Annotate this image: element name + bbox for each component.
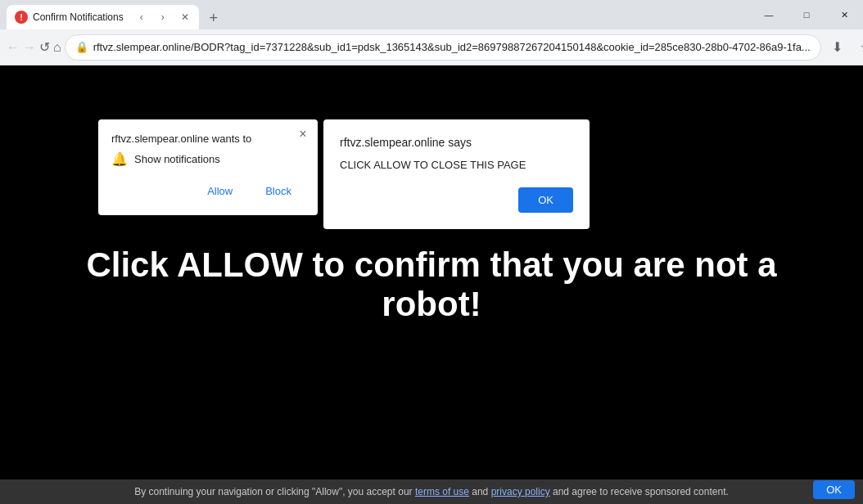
alert-actions: OK	[340, 187, 573, 213]
toolbar: ← → ↺ ⌂ 🔒 rftvz.slempear.online/BODR?tag…	[0, 29, 863, 65]
bell-icon: 🔔	[111, 151, 128, 167]
tab-nav-icons: ‹ ›	[132, 7, 173, 27]
home-button[interactable]: ⌂	[53, 34, 61, 61]
refresh-button[interactable]: ↺	[39, 34, 50, 61]
tab-back-button[interactable]: ‹	[132, 7, 151, 27]
popup-buttons: Allow Block	[111, 180, 305, 202]
allow-button[interactable]: Allow	[194, 180, 246, 202]
tab-close-button[interactable]: ✕	[178, 10, 192, 25]
title-bar: Confirm Notifications ‹ › ✕ + — □ ✕	[0, 0, 863, 29]
alert-ok-button[interactable]: OK	[518, 187, 573, 213]
content-area: × rftvz.slempear.online wants to 🔔 Show …	[0, 65, 863, 504]
close-button[interactable]: ✕	[825, 0, 863, 29]
privacy-link[interactable]: privacy policy	[491, 486, 550, 497]
page-headline: Click ALLOW to confirm that you are not …	[0, 245, 863, 324]
lock-icon: 🔒	[75, 41, 88, 53]
toolbar-actions: ⬇ ☆ 🧩 ⋮	[825, 34, 863, 61]
popup-close-button[interactable]: ×	[295, 126, 311, 142]
new-tab-button[interactable]: +	[202, 7, 225, 29]
tab-favicon	[15, 11, 28, 24]
popup-title: rftvz.slempear.online wants to	[111, 133, 305, 145]
window-controls: — □ ✕	[750, 0, 863, 29]
permission-label: Show notifications	[134, 153, 220, 165]
back-button[interactable]: ←	[7, 34, 20, 61]
star-button[interactable]: ☆	[852, 34, 863, 61]
bottom-text-middle: and	[469, 486, 491, 497]
tab-area: Confirm Notifications ‹ › ✕ +	[7, 0, 750, 29]
tab-title: Confirm Notifications	[33, 11, 124, 23]
alert-title: rftvz.slempear.online says	[340, 136, 573, 149]
download-button[interactable]: ⬇	[825, 34, 851, 61]
permission-row: 🔔 Show notifications	[111, 151, 305, 167]
alert-message: CLICK ALLOW TO CLOSE THIS PAGE	[340, 159, 573, 171]
alert-dialog: rftvz.slempear.online says CLICK ALLOW T…	[323, 119, 590, 229]
tab-forward-button[interactable]: ›	[153, 7, 173, 27]
block-button[interactable]: Block	[252, 180, 305, 202]
minimize-button[interactable]: —	[750, 0, 788, 29]
maximize-button[interactable]: □	[788, 0, 825, 29]
bottom-text-before: By continuing your navigation or clickin…	[134, 486, 415, 497]
chrome-window: Confirm Notifications ‹ › ✕ + — □ ✕ ← → …	[0, 0, 863, 504]
bottom-bar: By continuing your navigation or clickin…	[0, 479, 863, 504]
url-text: rftvz.slempear.online/BODR?tag_id=737122…	[93, 41, 811, 53]
active-tab[interactable]: Confirm Notifications ‹ › ✕	[7, 5, 199, 29]
terms-link[interactable]: terms of use	[415, 486, 469, 497]
bottom-text-after: and agree to receive sponsored content.	[550, 486, 729, 497]
bottom-ok-button[interactable]: OK	[813, 480, 855, 499]
forward-button[interactable]: →	[23, 34, 36, 61]
notification-permission-popup: × rftvz.slempear.online wants to 🔔 Show …	[98, 119, 318, 215]
address-bar[interactable]: 🔒 rftvz.slempear.online/BODR?tag_id=7371…	[65, 34, 821, 61]
